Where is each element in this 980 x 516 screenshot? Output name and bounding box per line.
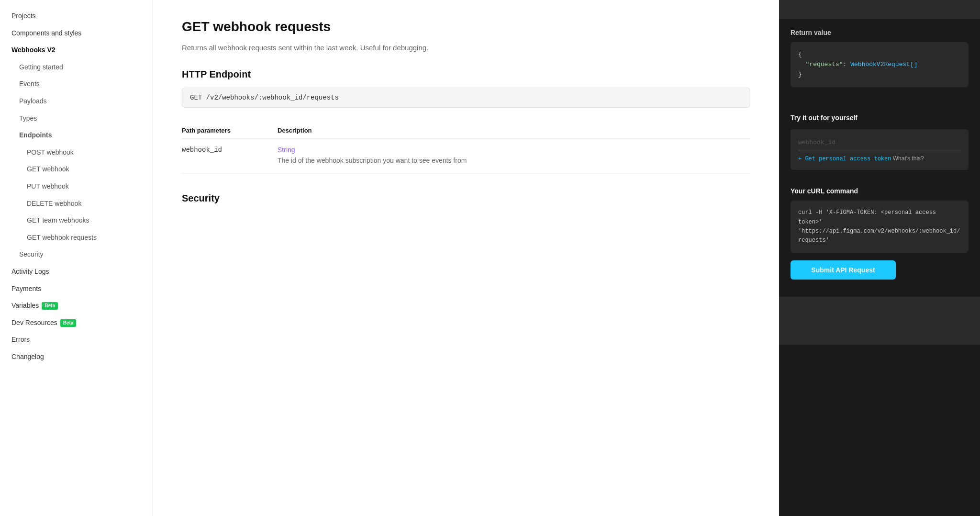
sidebar-item-projects[interactable]: Projects — [0, 8, 153, 25]
sidebar: Projects Components and styles Webhooks … — [0, 0, 153, 516]
get-token-link[interactable]: + Get personal access token — [798, 156, 891, 162]
param-details: String The id of the webhook subscriptio… — [278, 138, 750, 174]
sidebar-item-variables[interactable]: VariablesBeta — [0, 297, 153, 314]
curl-label: Your cURL command — [791, 187, 969, 195]
security-title: Security — [182, 193, 750, 204]
page-description: Returns all webhook requests sent within… — [182, 42, 750, 54]
path-params-header: Path parameters — [182, 123, 278, 138]
sidebar-item-getting-started[interactable]: Getting started — [0, 59, 153, 76]
get-token-text: + Get personal access token What's this? — [798, 155, 961, 162]
dev-resources-beta-badge: Beta — [60, 319, 77, 327]
sidebar-item-webhooks-v2[interactable]: Webhooks V2 — [0, 42, 153, 59]
main-content: GET webhook requests Returns all webhook… — [153, 0, 779, 516]
webhook-id-input[interactable] — [798, 137, 961, 150]
return-value-section: Return value { "requests": WebhookV2Requ… — [779, 19, 980, 104]
param-description: The id of the webhook subscription you w… — [278, 157, 467, 164]
try-it-box: + Get personal access token What's this? — [791, 129, 969, 170]
right-panel: Return value { "requests": WebhookV2Requ… — [779, 0, 980, 516]
http-endpoint-title: HTTP Endpoint — [182, 69, 750, 80]
param-type-link[interactable]: String — [278, 146, 750, 154]
sidebar-item-get-webhook[interactable]: GET webhook — [0, 161, 153, 178]
description-header: Description — [278, 123, 750, 138]
sidebar-item-payloads[interactable]: Payloads — [0, 93, 153, 110]
sidebar-item-errors[interactable]: Errors — [0, 331, 153, 348]
sidebar-item-changelog[interactable]: Changelog — [0, 348, 153, 366]
endpoint-box: GET /v2/webhooks/:webhook_id/requests — [182, 88, 750, 108]
return-value-code: { "requests": WebhookV2Request[] } — [791, 42, 969, 87]
top-code-area — [779, 0, 980, 19]
curl-code: curl -H 'X-FIGMA-TOKEN: <personal access… — [791, 201, 969, 253]
return-value-label: Return value — [791, 29, 969, 36]
bottom-panel-area — [779, 297, 980, 345]
sidebar-item-put-webhook[interactable]: PUT webhook — [0, 178, 153, 195]
params-table: Path parameters Description webhook_id S… — [182, 123, 750, 174]
try-it-label: Try it out for yourself — [791, 114, 969, 122]
sidebar-item-activity-logs[interactable]: Activity Logs — [0, 263, 153, 280]
sidebar-item-get-webhook-requests[interactable]: GET webhook requests — [0, 229, 153, 247]
try-it-section: Try it out for yourself + Get personal a… — [779, 104, 980, 187]
sidebar-item-get-team-webhooks[interactable]: GET team webhooks — [0, 212, 153, 229]
requests-value: WebhookV2Request[] — [850, 61, 917, 68]
curl-section: Your cURL command curl -H 'X-FIGMA-TOKEN… — [779, 187, 980, 289]
table-row: webhook_id String The id of the webhook … — [182, 138, 750, 174]
variables-beta-badge: Beta — [42, 302, 58, 310]
sidebar-item-endpoints[interactable]: Endpoints — [0, 127, 153, 144]
sidebar-item-events[interactable]: Events — [0, 76, 153, 93]
sidebar-item-types[interactable]: Types — [0, 110, 153, 127]
sidebar-item-post-webhook[interactable]: POST webhook — [0, 144, 153, 161]
sidebar-item-dev-resources[interactable]: Dev ResourcesBeta — [0, 314, 153, 332]
sidebar-item-delete-webhook[interactable]: DELETE webhook — [0, 195, 153, 213]
sidebar-item-security[interactable]: Security — [0, 246, 153, 263]
param-name: webhook_id — [182, 138, 278, 174]
page-title: GET webhook requests — [182, 19, 750, 34]
submit-api-request-button[interactable]: Submit API Request — [791, 260, 896, 280]
sidebar-item-components-and-styles[interactable]: Components and styles — [0, 25, 153, 42]
requests-key: "requests": — [806, 61, 847, 68]
sidebar-item-payments[interactable]: Payments — [0, 280, 153, 298]
